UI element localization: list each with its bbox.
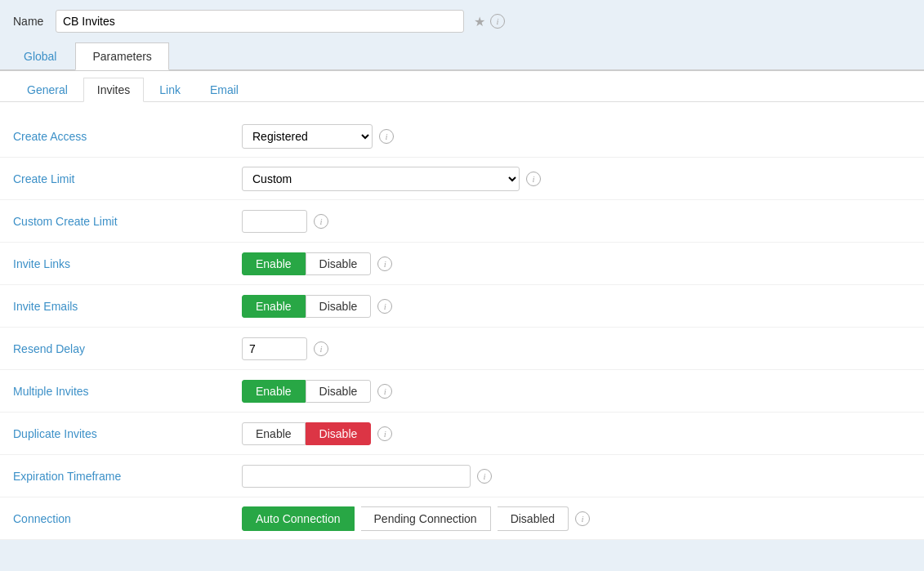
multiple-invites-enable-button[interactable]: Enable	[242, 380, 306, 403]
multiple-invites-control: Enable Disable i	[242, 380, 911, 403]
info-icon-connection[interactable]: i	[575, 511, 590, 526]
info-icon-multiple-invites[interactable]: i	[377, 384, 392, 399]
create-limit-control: Custom Unlimited 1 5 10 i	[242, 167, 911, 191]
multiple-invites-label: Multiple Invites	[13, 385, 242, 398]
multiple-invites-toggle: Enable Disable	[242, 380, 371, 403]
tab-general[interactable]: General	[13, 78, 82, 101]
info-icon-resend-delay[interactable]: i	[314, 341, 328, 356]
duplicate-invites-label: Duplicate Invites	[13, 427, 242, 440]
sub-tabs: General Invites Link Email	[0, 71, 924, 102]
duplicate-invites-toggle: Enable Disable	[242, 422, 371, 445]
custom-create-limit-row: Custom Create Limit i	[0, 200, 924, 243]
resend-delay-label: Resend Delay	[13, 342, 242, 355]
invite-emails-enable-button[interactable]: Enable	[242, 295, 306, 318]
top-tabs: Global Parameters	[0, 42, 924, 70]
create-access-control: Registered Public Private i	[242, 124, 911, 149]
name-row: Name ★ i	[0, 0, 924, 42]
expiration-timeframe-control: i	[242, 465, 911, 488]
invite-links-row: Invite Links Enable Disable i	[0, 243, 924, 285]
multiple-invites-row: Multiple Invites Enable Disable i	[0, 370, 924, 413]
connection-control: Auto Connection Pending Connection Disab…	[242, 506, 911, 531]
multiple-invites-disable-button[interactable]: Disable	[306, 380, 372, 403]
connection-label: Connection	[13, 512, 242, 525]
info-icon-duplicate-invites[interactable]: i	[377, 426, 392, 441]
auto-connection-button[interactable]: Auto Connection	[242, 506, 355, 531]
info-icon-custom-create-limit[interactable]: i	[314, 214, 328, 229]
tab-parameters[interactable]: Parameters	[75, 42, 168, 70]
invite-emails-row: Invite Emails Enable Disable i	[0, 285, 924, 328]
create-access-row: Create Access Registered Public Private …	[0, 115, 924, 158]
info-icon-expiration[interactable]: i	[477, 469, 492, 484]
info-icon-name[interactable]: i	[490, 14, 505, 29]
invite-emails-toggle: Enable Disable	[242, 295, 371, 318]
resend-delay-row: Resend Delay i	[0, 328, 924, 370]
expiration-timeframe-label: Expiration Timeframe	[13, 470, 242, 483]
invite-emails-control: Enable Disable i	[242, 295, 911, 318]
invite-links-disable-button[interactable]: Disable	[306, 252, 372, 275]
name-icons: ★ i	[474, 14, 505, 29]
invite-emails-label: Invite Emails	[13, 300, 242, 313]
create-access-select[interactable]: Registered Public Private	[242, 124, 373, 149]
invite-links-control: Enable Disable i	[242, 252, 911, 275]
tab-global[interactable]: Global	[7, 42, 74, 69]
expiration-timeframe-input[interactable]	[242, 465, 471, 488]
create-limit-select[interactable]: Custom Unlimited 1 5 10	[242, 167, 520, 191]
create-access-label: Create Access	[13, 130, 242, 143]
invite-emails-disable-button[interactable]: Disable	[306, 295, 372, 318]
custom-create-limit-label: Custom Create Limit	[13, 215, 242, 228]
resend-delay-control: i	[242, 337, 911, 360]
expiration-timeframe-row: Expiration Timeframe i	[0, 455, 924, 497]
tab-link[interactable]: Link	[145, 78, 194, 101]
form-area: Create Access Registered Public Private …	[0, 102, 924, 540]
duplicate-invites-enable-button[interactable]: Enable	[242, 422, 306, 445]
invite-links-toggle: Enable Disable	[242, 252, 371, 275]
invite-links-enable-button[interactable]: Enable	[242, 252, 306, 275]
info-icon-invite-emails[interactable]: i	[377, 299, 392, 314]
connection-row: Connection Auto Connection Pending Conne…	[0, 497, 924, 540]
star-icon[interactable]: ★	[474, 14, 485, 29]
duplicate-invites-disable-button[interactable]: Disable	[306, 422, 372, 445]
disabled-connection-button[interactable]: Disabled	[498, 506, 569, 531]
name-label: Name	[13, 15, 46, 28]
create-limit-label: Create Limit	[13, 172, 242, 185]
pending-connection-button[interactable]: Pending Connection	[361, 506, 491, 531]
tab-invites[interactable]: Invites	[83, 78, 144, 102]
info-icon-create-access[interactable]: i	[379, 129, 394, 144]
custom-create-limit-control: i	[242, 210, 911, 233]
invite-links-label: Invite Links	[13, 257, 242, 270]
custom-create-limit-input[interactable]	[242, 210, 307, 233]
tab-email[interactable]: Email	[196, 78, 252, 101]
name-input[interactable]	[56, 10, 464, 33]
info-icon-create-limit[interactable]: i	[526, 172, 541, 186]
resend-delay-input[interactable]	[242, 337, 307, 360]
info-icon-invite-links[interactable]: i	[377, 257, 392, 271]
page-wrapper: Name ★ i Global Parameters General Invit…	[0, 0, 924, 571]
duplicate-invites-row: Duplicate Invites Enable Disable i	[0, 413, 924, 455]
create-limit-row: Create Limit Custom Unlimited 1 5 10 i	[0, 158, 924, 200]
duplicate-invites-control: Enable Disable i	[242, 422, 911, 445]
content-area: General Invites Link Email Create Access…	[0, 70, 924, 540]
